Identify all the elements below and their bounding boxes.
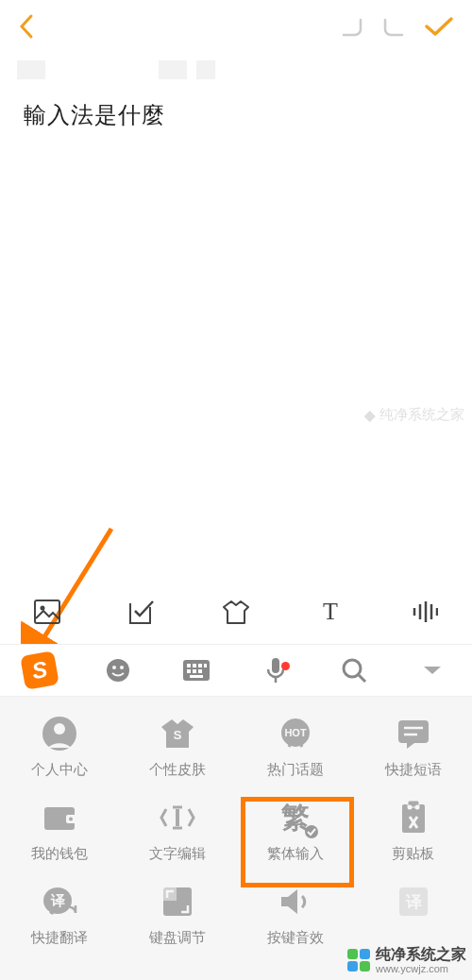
tool-edit[interactable]: 文字编辑	[118, 798, 236, 863]
watermark-title: 纯净系统之家	[376, 946, 466, 963]
svg-rect-39	[402, 804, 425, 833]
watermark-logo-icon	[347, 949, 370, 972]
svg-rect-29	[398, 720, 429, 743]
svg-rect-46	[163, 887, 177, 901]
svg-point-25	[54, 723, 65, 735]
tool-label: 快捷翻译	[31, 929, 88, 947]
svg-rect-18	[198, 669, 202, 673]
faint-watermark: ◆ 纯净系统之家	[364, 406, 464, 424]
svg-text:HOT: HOT	[284, 727, 307, 738]
svg-point-22	[344, 660, 361, 677]
back-button[interactable]	[17, 12, 36, 44]
emoji-button[interactable]	[94, 657, 142, 684]
tool-label: 按键音效	[267, 929, 324, 947]
svg-text:译: 译	[49, 892, 65, 908]
keyboard-toolbar: S	[0, 644, 472, 697]
sogou-logo-icon[interactable]: S	[16, 653, 63, 687]
tool-label: 键盘调节	[149, 929, 206, 947]
svg-point-41	[407, 805, 412, 810]
svg-rect-16	[187, 669, 191, 673]
svg-rect-13	[193, 664, 196, 667]
svg-rect-19	[190, 675, 203, 678]
svg-point-2	[41, 605, 45, 610]
format-bar	[0, 60, 472, 79]
mic-button[interactable]	[252, 656, 299, 684]
tool-label: 热门话题	[267, 761, 324, 779]
keyboard-switch-button[interactable]	[173, 659, 220, 682]
tool-sound[interactable]: 按键音效	[236, 882, 354, 947]
undo-button[interactable]	[340, 16, 364, 41]
svg-rect-12	[187, 664, 191, 667]
phrases-icon	[394, 714, 433, 753]
trans2-icon: 译	[394, 882, 433, 921]
watermark-url: www.ycwjz.com	[376, 963, 466, 974]
svg-text:译: 译	[404, 893, 422, 911]
tool-translate-alt[interactable]: 译	[354, 882, 472, 947]
svg-point-42	[414, 805, 419, 810]
tool-label: 个性皮肤	[149, 761, 206, 779]
tool-skins[interactable]: S 个性皮肤	[118, 714, 236, 779]
tools-panel: 个人中心 S 个性皮肤 HOT 热门话题 快捷短语 我的钱包	[0, 697, 472, 980]
tool-traditional[interactable]: 繁 繁体输入	[236, 798, 354, 863]
svg-line-23	[359, 675, 365, 682]
svg-text:S: S	[173, 728, 181, 742]
note-text-area[interactable]: 輸入法是什麼	[0, 79, 472, 130]
svg-point-34	[69, 818, 73, 821]
tool-translate[interactable]: 译 快捷翻译	[0, 882, 118, 947]
skin-icon: S	[158, 714, 197, 753]
wallet-icon	[40, 798, 79, 837]
quick-row: T	[0, 585, 472, 637]
svg-point-8	[107, 659, 129, 682]
svg-point-38	[305, 825, 318, 838]
user-icon	[40, 714, 79, 753]
redo-button[interactable]	[381, 16, 406, 41]
watermark: 纯净系统之家 www.ycwjz.com	[347, 946, 466, 974]
svg-rect-17	[193, 669, 196, 673]
sound-icon	[276, 882, 315, 921]
tool-label: 文字编辑	[149, 845, 206, 863]
kbadj-icon	[158, 882, 197, 921]
text-tool-button[interactable]: T	[307, 598, 354, 626]
tool-phrases[interactable]: 快捷短语	[354, 714, 472, 779]
tool-label: 繁体输入	[267, 845, 324, 863]
tool-hot[interactable]: HOT 热门话题	[236, 714, 354, 779]
svg-rect-15	[204, 664, 207, 667]
trad-icon: 繁	[276, 798, 315, 837]
tool-wallet[interactable]: 我的钱包	[0, 798, 118, 863]
edit-icon	[158, 798, 197, 837]
translate-icon: 译	[40, 882, 79, 921]
tool-clipboard[interactable]: 剪贴板	[354, 798, 472, 863]
note-text: 輸入法是什麼	[24, 102, 165, 127]
tool-label: 剪贴板	[392, 845, 434, 863]
tool-label: 我的钱包	[31, 845, 88, 863]
search-button[interactable]	[330, 657, 378, 684]
clipboard-icon	[394, 798, 433, 837]
skin-button[interactable]	[212, 600, 260, 624]
svg-rect-14	[198, 664, 202, 667]
tool-label: 个人中心	[31, 761, 88, 779]
svg-point-9	[112, 666, 116, 669]
audio-bars-button[interactable]	[401, 600, 448, 623]
image-picker-button[interactable]	[24, 600, 71, 624]
hot-icon: HOT	[276, 714, 315, 753]
header	[0, 0, 472, 57]
tool-kb-adjust[interactable]: 键盘调节	[118, 882, 236, 947]
checklist-button[interactable]	[118, 600, 165, 624]
confirm-button[interactable]	[423, 15, 455, 42]
tool-profile[interactable]: 个人中心	[0, 714, 118, 779]
notification-dot-icon	[281, 662, 290, 670]
collapse-button[interactable]	[409, 664, 456, 677]
svg-rect-20	[272, 658, 279, 673]
tool-label: 快捷短语	[385, 761, 442, 779]
svg-rect-1	[35, 600, 59, 623]
svg-point-10	[120, 666, 124, 669]
